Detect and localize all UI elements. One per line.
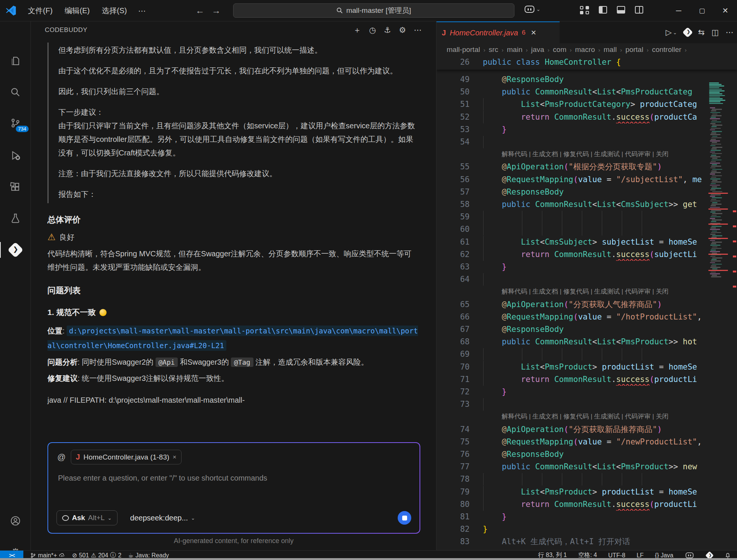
code-line-63[interactable]: 63 } bbox=[436, 261, 737, 273]
minimap[interactable] bbox=[708, 82, 729, 308]
toggle-secondary-sidebar-icon[interactable] bbox=[635, 6, 643, 14]
code-line-80[interactable]: 80 return CommonResult.success(productLi bbox=[436, 498, 737, 511]
toggle-panel-icon[interactable] bbox=[617, 6, 625, 14]
breadcrumb-item-portal[interactable]: portal bbox=[626, 46, 644, 54]
code-line-74[interactable]: 74 @ApiOperation("分页获取新品推荐商品") bbox=[436, 423, 737, 436]
code-line-49[interactable]: 49 @ResponseBody bbox=[436, 73, 737, 86]
panel-more-button[interactable]: ⋯ bbox=[414, 26, 422, 35]
sidebar-item-explorer[interactable] bbox=[0, 49, 31, 73]
back-button[interactable]: ← bbox=[193, 5, 207, 17]
model-selector[interactable]: deepseek:deep... ⌄ bbox=[130, 514, 195, 522]
codelens-actions[interactable]: 解释代码 | 生成文档 | 修复代码 | 生成测试 | 代码评审 | 关闭 bbox=[502, 287, 668, 296]
codelens-row[interactable]: 解释代码 | 生成文档 | 修复代码 | 生成测试 | 代码评审 | 关闭 bbox=[436, 286, 737, 298]
chat-input-placeholder[interactable]: Please enter a question, or enter "/" to… bbox=[58, 474, 267, 482]
language-mode[interactable]: {} Java bbox=[655, 552, 673, 559]
overview-ruler[interactable] bbox=[733, 56, 737, 550]
breadcrumb-item-src[interactable]: src bbox=[489, 46, 498, 54]
code-line-53[interactable]: 53 } bbox=[436, 123, 737, 136]
encoding[interactable]: UTF-8 bbox=[608, 552, 625, 559]
codelens-row[interactable]: 解释代码 | 生成文档 | 修复代码 | 生成测试 | 代码评审 | 关闭 bbox=[436, 148, 737, 161]
code-line-58[interactable]: 58 public CommonResult<List<CmsSubject>>… bbox=[436, 198, 737, 211]
chat-input-box[interactable]: @ J HomeController.java (1-83) × Please … bbox=[47, 442, 420, 534]
run-button[interactable]: ▷⌄ bbox=[665, 28, 677, 37]
split-editor-icon[interactable]: ◫ bbox=[711, 28, 719, 37]
copilot-button[interactable]: ⌄ bbox=[525, 6, 540, 13]
panel-settings-button[interactable]: ⚙ bbox=[399, 26, 406, 35]
codelens-row[interactable]: 解释代码 | 生成文档 | 修复代码 | 生成测试 | 代码评审 | 关闭 bbox=[436, 411, 737, 423]
code-line-75[interactable]: 75 @RequestMapping(value = "/newProductL… bbox=[436, 436, 737, 448]
close-button[interactable]: ✕ bbox=[714, 0, 737, 21]
code-line-67[interactable]: 67 @ResponseBody bbox=[436, 323, 737, 336]
code-line-79[interactable]: 79 List<PmsProduct> productList = homeSe bbox=[436, 486, 737, 498]
sidebar-item-search[interactable] bbox=[0, 80, 31, 105]
breadcrumb-item-mall-portal[interactable]: mall-portal bbox=[447, 46, 480, 54]
code-line-78[interactable]: 78 bbox=[436, 473, 737, 485]
menu-more-icon[interactable]: ⋯ bbox=[133, 4, 152, 18]
code-line-64[interactable]: 64 bbox=[436, 273, 737, 286]
breadcrumb-item-controller[interactable]: controller bbox=[652, 46, 681, 54]
ask-mode-button[interactable]: Ask Alt+L ⌄ bbox=[56, 510, 117, 525]
code-line-73[interactable]: 73 bbox=[436, 398, 737, 411]
copilot-status-icon[interactable] bbox=[686, 552, 694, 558]
sidebar-item-extensions[interactable] bbox=[0, 175, 31, 199]
file-path-link[interactable]: d:\projects\mall-master\mall-master\mall… bbox=[47, 326, 418, 351]
code-area[interactable]: 26 public class HomeController { 49 @Res… bbox=[436, 56, 737, 550]
remove-context-icon[interactable]: × bbox=[173, 453, 177, 461]
code-line-55[interactable]: 55 @ApiOperation("根据分类分页获取专题") bbox=[436, 161, 737, 173]
code-line-52[interactable]: 52 return CommonResult.success(productCa bbox=[436, 111, 737, 123]
code-line-82[interactable]: 82} bbox=[436, 523, 737, 536]
customize-layout-icon[interactable] bbox=[580, 6, 589, 14]
breadcrumb-item-com[interactable]: com bbox=[553, 46, 566, 54]
breadcrumb-item-macro[interactable]: macro bbox=[575, 46, 595, 54]
new-chat-button[interactable]: ＋ bbox=[353, 25, 361, 35]
editor-more-icon[interactable]: ⋯ bbox=[726, 28, 734, 37]
sticky-scroll-line[interactable]: 26 public class HomeController { bbox=[436, 56, 737, 70]
mention-icon[interactable]: @ bbox=[57, 452, 66, 462]
code-line-54[interactable]: 54 bbox=[436, 136, 737, 148]
sidebar-item-source-control[interactable]: 734 bbox=[0, 111, 31, 135]
branch-status[interactable]: main*+ bbox=[30, 552, 65, 559]
tab-close-icon[interactable]: ✕ bbox=[531, 29, 536, 37]
stop-button[interactable] bbox=[398, 511, 411, 525]
code-line-56[interactable]: 56 @RequestMapping(value = "/subjectList… bbox=[436, 173, 737, 186]
context-file-chip[interactable]: J HomeController.java (1-83) × bbox=[71, 450, 181, 464]
code-line-70[interactable]: 70 List<PmsProduct> productList = homeSe bbox=[436, 361, 737, 373]
sidebar-item-codebuddy[interactable]: ❯ bbox=[0, 237, 31, 262]
code-line-51[interactable]: 51 List<PmsProductCategory> productCateg bbox=[436, 98, 737, 111]
code-line-81[interactable]: 81 } bbox=[436, 511, 737, 523]
menu-item-1[interactable]: 编辑(E) bbox=[59, 3, 96, 18]
history-button[interactable]: ◷ bbox=[369, 26, 376, 35]
bell-icon[interactable] bbox=[725, 552, 731, 558]
breadcrumb-item-mall[interactable]: mall bbox=[604, 46, 617, 54]
code-line-69[interactable]: 69 bbox=[436, 348, 737, 361]
menu-item-0[interactable]: 文件(F) bbox=[22, 3, 59, 18]
code-line-76[interactable]: 76 @ResponseBody bbox=[436, 448, 737, 461]
code-line-72[interactable]: 72 } bbox=[436, 386, 737, 398]
codelens-actions[interactable]: 解释代码 | 生成文档 | 修复代码 | 生成测试 | 代码评审 | 关闭 bbox=[502, 412, 668, 421]
breadcrumb[interactable]: mall-portal›src›main›java›com›macro›mall… bbox=[436, 43, 737, 56]
open-changes-icon[interactable]: ⇆ bbox=[698, 28, 705, 37]
code-line-83[interactable]: 83 Alt+K 生成代码，Alt+I 打开对话 bbox=[436, 536, 737, 548]
maximize-button[interactable]: ▢ bbox=[690, 0, 714, 21]
code-line-50[interactable]: 50 public CommonResult<List<PmsProductCa… bbox=[436, 86, 737, 98]
tab-homecontroller[interactable]: J HomeController.java 6 ✕ bbox=[436, 21, 560, 43]
code-line-61[interactable]: 61 List<CmsSubject> subjectList = homeSe bbox=[436, 236, 737, 248]
codebuddy-action-icon[interactable]: ❯ bbox=[682, 27, 693, 38]
eol[interactable]: LF bbox=[636, 552, 644, 559]
breadcrumb-item-main[interactable]: main bbox=[507, 46, 522, 54]
forward-button[interactable]: → bbox=[209, 5, 223, 17]
code-line-57[interactable]: 57 @ResponseBody bbox=[436, 186, 737, 198]
minimize-button[interactable]: ─ bbox=[667, 0, 690, 21]
code-line-65[interactable]: 65 @ApiOperation("分页获取人气推荐商品") bbox=[436, 298, 737, 311]
code-line-60[interactable]: 60 bbox=[436, 223, 737, 236]
code-line-71[interactable]: 71 return CommonResult.success(productLi bbox=[436, 373, 737, 386]
toggle-sidebar-icon[interactable] bbox=[599, 6, 607, 14]
code-line-66[interactable]: 66 @RequestMapping(value = "/hotProductL… bbox=[436, 311, 737, 323]
code-line-59[interactable]: 59 bbox=[436, 211, 737, 223]
code-line-62[interactable]: 62 return CommonResult.success(subjectLi bbox=[436, 248, 737, 261]
menu-item-2[interactable]: 选择(S) bbox=[96, 3, 133, 18]
codelens-actions[interactable]: 解释代码 | 生成文档 | 修复代码 | 生成测试 | 代码评审 | 关闭 bbox=[502, 150, 668, 158]
breadcrumb-item-java[interactable]: java bbox=[531, 46, 544, 54]
account-button[interactable] bbox=[0, 508, 31, 533]
command-center-search[interactable]: mall-master [管理员] bbox=[233, 3, 514, 18]
